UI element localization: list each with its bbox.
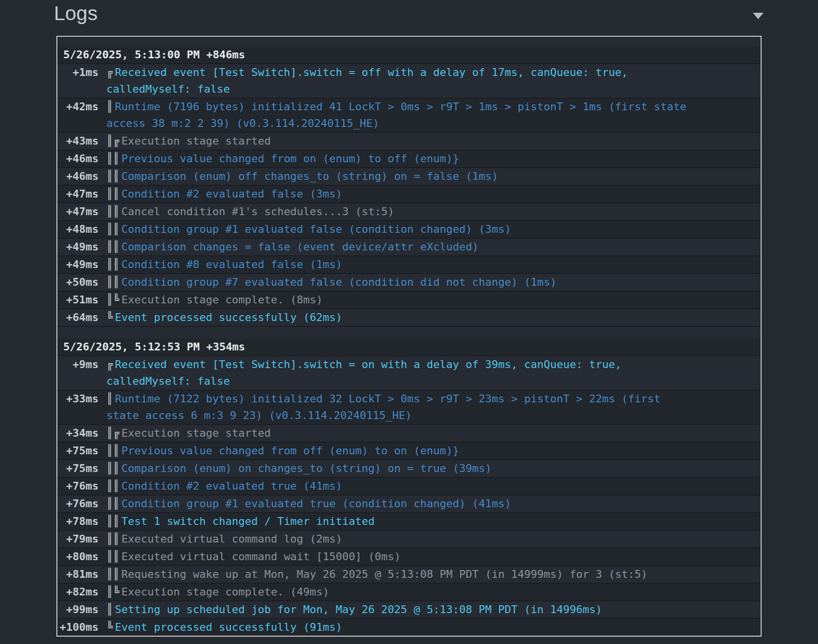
entry-message-line: ║║Previous value changed from off (enum)… [106, 443, 761, 459]
tree-branch-icon: ║ [106, 393, 113, 405]
entry-time: +64ms [57, 309, 99, 326]
entry-message-line: state access 6 m:3 9 23) (v0.3.114.20240… [106, 407, 761, 424]
entry-time: +51ms [57, 292, 99, 308]
entry-message: ║║Condition #2 evaluated true (41ms) [106, 478, 761, 495]
entry-message-line: ║╔Execution stage started [106, 425, 761, 442]
entry-message-line: ║║Condition #2 evaluated true (41ms) [106, 478, 761, 495]
tree-branch-icon: ║║ [106, 480, 120, 492]
entry-message: ║╔Execution stage started [106, 133, 761, 149]
tree-branch-icon: ║║ [106, 462, 120, 474]
entry-message-line: ║Runtime (7196 bytes) initialized 41 Loc… [106, 99, 761, 115]
entry-time: +50ms [57, 274, 99, 291]
entry-message-line: ╔Received event [Test Switch].switch = o… [106, 64, 761, 81]
entry-message-line: ╔Received event [Test Switch].switch = o… [106, 356, 761, 373]
log-entry: +78ms║║Test 1 switch changed / Timer ini… [57, 513, 761, 531]
log-entry: +34ms║╔Execution stage started [57, 425, 761, 443]
entry-message: ║║Comparison changes = false (event devi… [106, 239, 761, 255]
log-entry: +81ms║║Requesting wake up at Mon, May 26… [57, 566, 761, 584]
log-entry: +33ms║Runtime (7122 bytes) initialized 3… [57, 391, 761, 425]
entry-time: +99ms [57, 601, 99, 618]
entry-message: ║║Executed virtual command log (2ms) [106, 531, 761, 547]
entry-message-line: ║║Executed virtual command wait [15000] … [106, 548, 761, 565]
entry-message: ║║Condition group #1 evaluated false (co… [106, 221, 761, 238]
log-section: 5/26/2025, 5:12:53 PM +354ms+9ms╔Receive… [57, 339, 761, 637]
entry-message-line: ║╔Execution stage started [106, 133, 761, 149]
entry-time: +34ms [57, 425, 99, 442]
entry-message-line: ╚Event processed successfully (62ms) [106, 309, 761, 326]
entry-message: ║║Previous value changed from off (enum)… [106, 443, 761, 459]
entry-message: ║║Condition #2 evaluated false (3ms) [106, 186, 761, 202]
entry-message-line: ║╚Execution stage complete. (8ms) [106, 292, 761, 308]
tree-branch-icon: ║ [106, 100, 113, 113]
entry-message-line: ║║Cancel condition #1's schedules...3 (s… [106, 203, 761, 220]
entry-message-line: ║Runtime (7122 bytes) initialized 32 Loc… [106, 391, 761, 407]
log-entry: +9ms╔Received event [Test Switch].switch… [57, 356, 761, 391]
entry-time: +33ms [57, 391, 99, 407]
entry-time: +76ms [57, 495, 99, 512]
log-entry: +47ms║║Cancel condition #1's schedules..… [57, 203, 761, 221]
tree-branch-icon: ║║ [106, 205, 120, 218]
entry-message: ║║Requesting wake up at Mon, May 26 2025… [106, 566, 761, 583]
entry-time: +76ms [57, 478, 99, 495]
entry-message-line: ║║Comparison (enum) off changes_to (stri… [106, 168, 761, 185]
log-entry: +49ms║║Condition #8 evaluated false (1ms… [57, 256, 761, 274]
entry-message-line: ║║Requesting wake up at Mon, May 26 2025… [106, 566, 761, 583]
tree-branch-icon: ║║ [106, 188, 120, 200]
log-entry: +51ms║╚Execution stage complete. (8ms) [57, 292, 761, 309]
logs-panel[interactable]: 5/26/2025, 5:13:00 PM +846ms+1ms╔Receive… [56, 36, 762, 637]
entry-message-line: calledMyself: false [106, 81, 761, 98]
tree-branch-icon: ║╚ [106, 586, 120, 598]
log-entry: +76ms║║Condition #2 evaluated true (41ms… [57, 478, 761, 495]
entry-message: ╚Event processed successfully (62ms) [106, 309, 761, 326]
log-date-header: 5/26/2025, 5:13:00 PM +846ms [57, 47, 761, 64]
log-entry: +43ms║╔Execution stage started [57, 133, 761, 150]
log-entry: +49ms║║Comparison changes = false (event… [57, 239, 761, 256]
tree-branch-icon: ║║ [106, 241, 120, 253]
entry-message-line: ║║Comparison (enum) on changes_to (strin… [106, 460, 761, 477]
log-entry: +75ms║║Comparison (enum) on changes_to (… [57, 460, 761, 478]
entry-time: +75ms [57, 443, 99, 459]
log-entry: +75ms║║Previous value changed from off (… [57, 443, 761, 460]
entry-message: ║Runtime (7196 bytes) initialized 41 Loc… [106, 99, 761, 132]
log-entry: +46ms║║Previous value changed from on (e… [57, 150, 761, 168]
entry-time: +46ms [57, 168, 99, 185]
entry-message: ║╚Execution stage complete. (49ms) [106, 584, 761, 600]
entry-message: ║║Previous value changed from on (enum) … [106, 150, 761, 167]
entry-message-line: ║║Executed virtual command log (2ms) [106, 531, 761, 547]
tree-branch-icon: ║ [106, 603, 113, 616]
log-entry: +1ms╔Received event [Test Switch].switch… [57, 64, 761, 99]
chevron-down-icon[interactable] [753, 13, 764, 19]
entry-message-line: ║║Comparison changes = false (event devi… [106, 239, 761, 255]
entry-message: ╔Received event [Test Switch].switch = o… [106, 64, 761, 98]
entry-message: ║Setting up scheduled job for Mon, May 2… [106, 601, 761, 618]
page-title: Logs [54, 2, 98, 25]
tree-branch-icon: ║║ [106, 568, 120, 580]
entry-message: ║║Test 1 switch changed / Timer initiate… [106, 513, 761, 530]
log-entry: +79ms║║Executed virtual command log (2ms… [57, 531, 761, 548]
log-sections: 5/26/2025, 5:13:00 PM +846ms+1ms╔Receive… [57, 47, 761, 637]
entry-message-line: ╚Event processed successfully (91ms) [106, 619, 761, 636]
log-section: 5/26/2025, 5:13:00 PM +846ms+1ms╔Receive… [57, 47, 761, 327]
entry-time: +79ms [57, 531, 99, 547]
entry-time: +81ms [57, 566, 99, 583]
log-entry: +82ms║╚Execution stage complete. (49ms) [57, 584, 761, 601]
entry-message: ║╚Execution stage complete. (8ms) [106, 292, 761, 308]
entry-message: ║║Condition group #7 evaluated false (co… [106, 274, 761, 291]
entry-time: +1ms [57, 64, 99, 81]
entry-message: ║║Executed virtual command wait [15000] … [106, 548, 761, 565]
tree-branch-icon: ║║ [106, 515, 120, 527]
entry-time: +100ms [57, 619, 99, 636]
log-entry: +99ms║Setting up scheduled job for Mon, … [57, 601, 761, 619]
log-entry: +80ms║║Executed virtual command wait [15… [57, 548, 761, 566]
entry-time: +82ms [57, 584, 99, 600]
entry-message: ║║Cancel condition #1's schedules...3 (s… [106, 203, 761, 220]
tree-branch-icon: ╔ [106, 66, 113, 78]
tree-branch-icon: ║║ [106, 223, 120, 235]
entry-time: +48ms [57, 221, 99, 238]
tree-branch-icon: ╚ [106, 311, 113, 323]
entry-time: +75ms [57, 460, 99, 477]
entry-time: +42ms [57, 99, 99, 115]
entry-time: +47ms [57, 203, 99, 220]
entry-time: +43ms [57, 133, 99, 149]
log-entry: +46ms║║Comparison (enum) off changes_to … [57, 168, 761, 186]
